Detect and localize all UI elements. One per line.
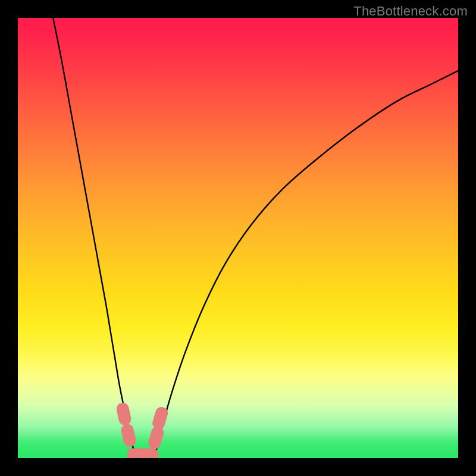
curve-right-branch bbox=[154, 71, 458, 458]
curve-layer bbox=[18, 18, 458, 458]
outer-frame: TheBottleneck.com bbox=[0, 0, 476, 476]
plot-area bbox=[18, 18, 458, 458]
marker-bottom-seg bbox=[127, 449, 159, 458]
watermark-text: TheBottleneck.com bbox=[353, 4, 468, 19]
curve-left-branch bbox=[53, 18, 137, 458]
